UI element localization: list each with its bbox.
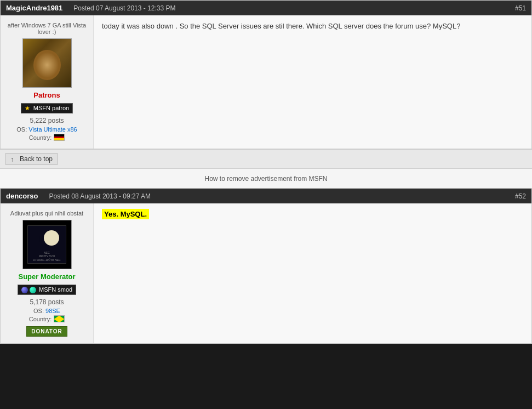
donator-badge: DONATOR (26, 326, 67, 337)
user-rank-51: Patrons (6, 91, 88, 99)
monitor-text: NEC 9902TV V2.0 D70108C-10©'84 NEC (29, 251, 64, 262)
user-rank-52: Super Moderator (6, 272, 88, 281)
post-content-52: Yes. MySQL. (94, 203, 531, 343)
username-52: dencorso (6, 192, 38, 200)
post-count-52: 5,178 posts (6, 298, 88, 306)
post-body-52: Adiuvat plus qui nihil obstat NEC 9902TV… (1, 203, 531, 343)
post-sidebar-52: Adiuvat plus qui nihil obstat NEC 9902TV… (1, 203, 94, 343)
username-51: MagicAndre1981 (6, 4, 62, 12)
badge-smod: MSFN smod (6, 283, 88, 297)
post-51: MagicAndre1981 Posted 07 August 2013 - 1… (0, 0, 532, 149)
back-to-top-label: Back to top (20, 155, 53, 163)
user-os-52: OS: 98SE (6, 308, 88, 314)
ad-link[interactable]: How to remove advertisement from MSFN (204, 175, 327, 183)
user-country-51: Country: (6, 134, 88, 141)
avatar-52: NEC 9902TV V2.0 D70108C-10©'84 NEC (22, 220, 72, 269)
flag-br-icon (54, 315, 65, 322)
moon-icon (44, 230, 59, 246)
post-content-51: today it was also down . So the SQL Serv… (94, 15, 531, 149)
arrow-up-icon (10, 156, 17, 162)
post-text-52: Yes. MySQL. (102, 210, 523, 218)
flag-de-icon (54, 134, 65, 141)
user-country-52: Country: (6, 315, 88, 322)
post-num-52: #52 (515, 192, 526, 200)
monitor-screen: NEC 9902TV V2.0 D70108C-10©'84 NEC (27, 225, 66, 264)
post-date-52: Posted 08 August 2013 - 09:27 AM (49, 192, 515, 200)
highlighted-text-52: Yes. MySQL. (102, 209, 149, 219)
smod-icon (21, 287, 28, 293)
post-count-51: 5,222 posts (6, 117, 88, 124)
user-os-51: OS: Vista Ultimate x86 (6, 126, 88, 133)
smod-icon2 (30, 287, 36, 293)
back-to-top-button[interactable]: Back to top (5, 153, 58, 165)
post-52: dencorso Posted 08 August 2013 - 09:27 A… (0, 188, 532, 344)
ad-row: How to remove advertisement from MSFN (0, 169, 532, 188)
back-to-top-row: Back to top (0, 149, 532, 169)
donator-badge-container: DONATOR (6, 323, 88, 337)
star-icon: ★ (25, 105, 30, 111)
post-text-51: today it was also down . So the SQL Serv… (102, 22, 523, 30)
os-link-52[interactable]: 98SE (45, 308, 60, 314)
post-sidebar-51: after Windows 7 GA still Vista lover :) … (1, 15, 94, 149)
user-status-51: after Windows 7 GA still Vista lover :) (6, 22, 88, 35)
post-date-51: Posted 07 August 2013 - 12:33 PM (73, 4, 515, 12)
user-status-52: Adiuvat plus qui nihil obstat (6, 210, 88, 217)
post-header-51: MagicAndre1981 Posted 07 August 2013 - 1… (1, 1, 531, 15)
avatar-image-52: NEC 9902TV V2.0 D70108C-10©'84 NEC (23, 220, 71, 269)
os-link-51[interactable]: Vista Ultimate x86 (28, 126, 77, 133)
smod-badge: MSFN smod (18, 285, 76, 295)
patron-badge: ★ MSFN patron (21, 103, 73, 113)
post-body-51: after Windows 7 GA still Vista lover :) … (1, 15, 531, 149)
post-header-52: dencorso Posted 08 August 2013 - 09:27 A… (1, 189, 531, 203)
monitor-line3: D70108C-10©'84 NEC (29, 258, 64, 262)
avatar-51 (22, 38, 72, 88)
avatar-image-51 (23, 39, 71, 87)
post-num-51: #51 (515, 4, 526, 12)
badge-patron: ★ MSFN patron (6, 101, 88, 115)
